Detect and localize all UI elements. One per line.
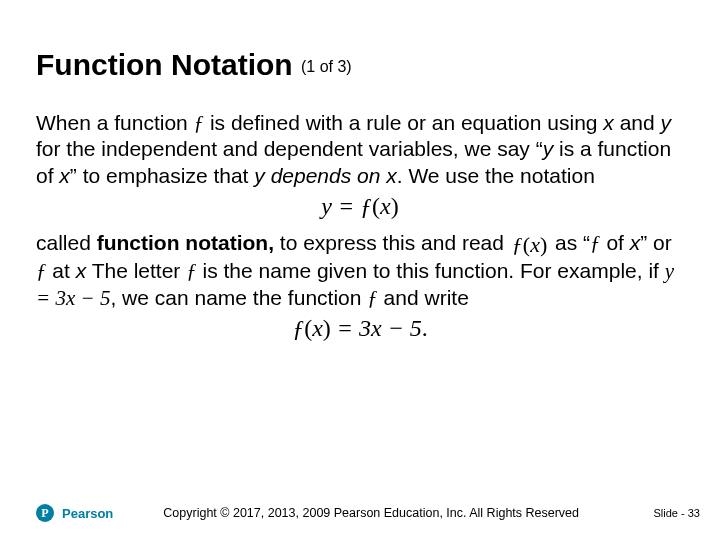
p1-c: and xyxy=(614,111,661,134)
eq1-x: x xyxy=(380,193,391,219)
p1-a: When a function xyxy=(36,111,194,134)
pearson-logo-icon: P xyxy=(36,504,54,522)
p1-b: is defined with a rule or an equation us… xyxy=(204,111,603,134)
f-symbol-5: ƒ xyxy=(367,286,378,310)
eq1-paren-r: ) xyxy=(391,193,399,219)
title-main: Function Notation xyxy=(36,48,293,81)
x-var-3: x xyxy=(386,164,397,187)
eq2-paren-r: ) xyxy=(323,315,331,341)
comma: , xyxy=(110,286,116,309)
y-var-3: y xyxy=(254,164,265,187)
eq2-paren-l: ( xyxy=(304,315,312,341)
x-var-5: x xyxy=(76,259,87,282)
y-var-2: y xyxy=(543,137,554,160)
f-symbol-4: ƒ xyxy=(186,259,197,283)
slide-title: Function Notation (1 of 3) xyxy=(36,48,684,82)
fx-paren-r: ) xyxy=(540,232,547,257)
eq2-x: x xyxy=(312,315,323,341)
eq1-lhs: y = ƒ xyxy=(321,193,372,219)
p2-c: as “ xyxy=(555,231,590,254)
p2-g: we can name the function xyxy=(122,286,367,309)
paragraph-1: When a function ƒ is defined with a rule… xyxy=(36,110,684,189)
slide-number: Slide - 33 xyxy=(654,507,700,519)
eq2-rhs: = 3x − 5 xyxy=(331,315,422,341)
function-notation-term: function notation, xyxy=(97,231,274,254)
footer-left: P Pearson Copyright © 2017, 2013, 2009 P… xyxy=(36,504,579,522)
brand-name: Pearson xyxy=(62,506,113,521)
p2-h: and write xyxy=(378,286,469,309)
x-var-4: x xyxy=(630,231,641,254)
at-x: at xyxy=(47,259,76,282)
paragraph-2: called function notation, to express thi… xyxy=(36,230,684,311)
p2-f: is the name given to this function. For … xyxy=(197,259,665,282)
p2-e: The letter xyxy=(86,259,186,282)
x-var: x xyxy=(603,111,614,134)
eq1-paren-l: ( xyxy=(372,193,380,219)
depends-on: depends on xyxy=(265,164,386,187)
eq2-dot: . xyxy=(422,315,428,341)
of-x: of xyxy=(601,231,630,254)
fx-expression: ƒ(x) xyxy=(510,231,549,259)
p1-g: . We use the notation xyxy=(397,164,595,187)
p2-b: to express this and read xyxy=(274,231,510,254)
copyright-text: Copyright © 2017, 2013, 2009 Pearson Edu… xyxy=(163,506,579,520)
p1-d: for the independent and dependent variab… xyxy=(36,137,543,160)
fx-f: ƒ xyxy=(512,232,523,257)
f-symbol: ƒ xyxy=(194,111,205,135)
equation-2: ƒ(x) = 3x − 5. xyxy=(36,315,684,342)
f-symbol-2: ƒ xyxy=(590,231,601,255)
eq2-f: ƒ xyxy=(292,315,304,341)
fx-x: x xyxy=(530,232,540,257)
footer: P Pearson Copyright © 2017, 2013, 2009 P… xyxy=(36,504,700,522)
title-counter: (1 of 3) xyxy=(301,58,352,75)
x-var-2: x xyxy=(59,164,70,187)
p2-a: called xyxy=(36,231,97,254)
p1-f: ” to emphasize that xyxy=(70,164,254,187)
p2-d: ” or xyxy=(640,231,672,254)
f-symbol-3: ƒ xyxy=(36,259,47,283)
equation-1: y = ƒ(x) xyxy=(36,193,684,220)
y-var: y xyxy=(661,111,672,134)
